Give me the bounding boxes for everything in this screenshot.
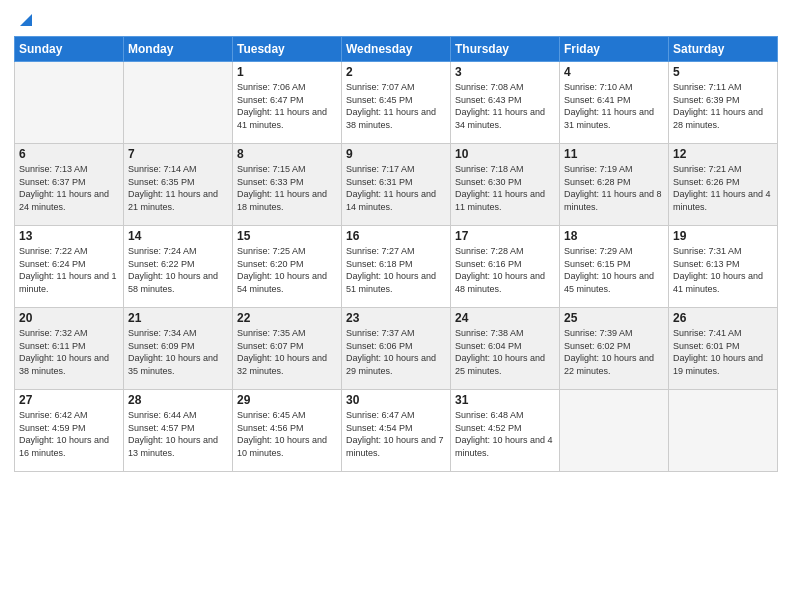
calendar-table: SundayMondayTuesdayWednesdayThursdayFrid… bbox=[14, 36, 778, 472]
day-number: 28 bbox=[128, 393, 228, 407]
calendar-cell: 4Sunrise: 7:10 AM Sunset: 6:41 PM Daylig… bbox=[560, 62, 669, 144]
day-info: Sunrise: 6:42 AM Sunset: 4:59 PM Dayligh… bbox=[19, 409, 119, 459]
calendar-cell: 29Sunrise: 6:45 AM Sunset: 4:56 PM Dayli… bbox=[233, 390, 342, 472]
day-number: 26 bbox=[673, 311, 773, 325]
column-header-wednesday: Wednesday bbox=[342, 37, 451, 62]
column-header-monday: Monday bbox=[124, 37, 233, 62]
day-info: Sunrise: 6:48 AM Sunset: 4:52 PM Dayligh… bbox=[455, 409, 555, 459]
day-number: 18 bbox=[564, 229, 664, 243]
header bbox=[14, 10, 778, 30]
calendar-cell: 17Sunrise: 7:28 AM Sunset: 6:16 PM Dayli… bbox=[451, 226, 560, 308]
calendar-header-row: SundayMondayTuesdayWednesdayThursdayFrid… bbox=[15, 37, 778, 62]
calendar-cell: 5Sunrise: 7:11 AM Sunset: 6:39 PM Daylig… bbox=[669, 62, 778, 144]
day-info: Sunrise: 7:35 AM Sunset: 6:07 PM Dayligh… bbox=[237, 327, 337, 377]
day-info: Sunrise: 7:07 AM Sunset: 6:45 PM Dayligh… bbox=[346, 81, 446, 131]
calendar-cell: 26Sunrise: 7:41 AM Sunset: 6:01 PM Dayli… bbox=[669, 308, 778, 390]
calendar-cell: 3Sunrise: 7:08 AM Sunset: 6:43 PM Daylig… bbox=[451, 62, 560, 144]
day-info: Sunrise: 7:27 AM Sunset: 6:18 PM Dayligh… bbox=[346, 245, 446, 295]
day-info: Sunrise: 7:21 AM Sunset: 6:26 PM Dayligh… bbox=[673, 163, 773, 213]
day-info: Sunrise: 7:06 AM Sunset: 6:47 PM Dayligh… bbox=[237, 81, 337, 131]
day-info: Sunrise: 7:10 AM Sunset: 6:41 PM Dayligh… bbox=[564, 81, 664, 131]
day-info: Sunrise: 7:39 AM Sunset: 6:02 PM Dayligh… bbox=[564, 327, 664, 377]
day-info: Sunrise: 7:37 AM Sunset: 6:06 PM Dayligh… bbox=[346, 327, 446, 377]
calendar-cell: 10Sunrise: 7:18 AM Sunset: 6:30 PM Dayli… bbox=[451, 144, 560, 226]
column-header-saturday: Saturday bbox=[669, 37, 778, 62]
column-header-tuesday: Tuesday bbox=[233, 37, 342, 62]
day-number: 17 bbox=[455, 229, 555, 243]
calendar-cell: 16Sunrise: 7:27 AM Sunset: 6:18 PM Dayli… bbox=[342, 226, 451, 308]
day-number: 6 bbox=[19, 147, 119, 161]
day-info: Sunrise: 7:13 AM Sunset: 6:37 PM Dayligh… bbox=[19, 163, 119, 213]
day-number: 2 bbox=[346, 65, 446, 79]
day-info: Sunrise: 7:15 AM Sunset: 6:33 PM Dayligh… bbox=[237, 163, 337, 213]
day-info: Sunrise: 7:22 AM Sunset: 6:24 PM Dayligh… bbox=[19, 245, 119, 295]
calendar-cell: 27Sunrise: 6:42 AM Sunset: 4:59 PM Dayli… bbox=[15, 390, 124, 472]
day-info: Sunrise: 7:24 AM Sunset: 6:22 PM Dayligh… bbox=[128, 245, 228, 295]
day-number: 10 bbox=[455, 147, 555, 161]
day-number: 9 bbox=[346, 147, 446, 161]
day-number: 21 bbox=[128, 311, 228, 325]
day-info: Sunrise: 7:28 AM Sunset: 6:16 PM Dayligh… bbox=[455, 245, 555, 295]
calendar-cell: 9Sunrise: 7:17 AM Sunset: 6:31 PM Daylig… bbox=[342, 144, 451, 226]
day-number: 12 bbox=[673, 147, 773, 161]
day-info: Sunrise: 7:08 AM Sunset: 6:43 PM Dayligh… bbox=[455, 81, 555, 131]
calendar-week-row: 27Sunrise: 6:42 AM Sunset: 4:59 PM Dayli… bbox=[15, 390, 778, 472]
day-number: 16 bbox=[346, 229, 446, 243]
column-header-friday: Friday bbox=[560, 37, 669, 62]
day-info: Sunrise: 7:29 AM Sunset: 6:15 PM Dayligh… bbox=[564, 245, 664, 295]
calendar-cell: 14Sunrise: 7:24 AM Sunset: 6:22 PM Dayli… bbox=[124, 226, 233, 308]
calendar-cell: 11Sunrise: 7:19 AM Sunset: 6:28 PM Dayli… bbox=[560, 144, 669, 226]
calendar-cell: 28Sunrise: 6:44 AM Sunset: 4:57 PM Dayli… bbox=[124, 390, 233, 472]
logo-icon bbox=[16, 10, 36, 30]
calendar-cell: 8Sunrise: 7:15 AM Sunset: 6:33 PM Daylig… bbox=[233, 144, 342, 226]
day-number: 11 bbox=[564, 147, 664, 161]
calendar-cell bbox=[669, 390, 778, 472]
calendar-cell: 13Sunrise: 7:22 AM Sunset: 6:24 PM Dayli… bbox=[15, 226, 124, 308]
day-info: Sunrise: 7:38 AM Sunset: 6:04 PM Dayligh… bbox=[455, 327, 555, 377]
day-info: Sunrise: 7:32 AM Sunset: 6:11 PM Dayligh… bbox=[19, 327, 119, 377]
calendar-week-row: 1Sunrise: 7:06 AM Sunset: 6:47 PM Daylig… bbox=[15, 62, 778, 144]
calendar-cell: 31Sunrise: 6:48 AM Sunset: 4:52 PM Dayli… bbox=[451, 390, 560, 472]
logo bbox=[14, 10, 36, 30]
day-number: 27 bbox=[19, 393, 119, 407]
day-number: 15 bbox=[237, 229, 337, 243]
day-number: 24 bbox=[455, 311, 555, 325]
day-info: Sunrise: 7:31 AM Sunset: 6:13 PM Dayligh… bbox=[673, 245, 773, 295]
calendar-cell: 1Sunrise: 7:06 AM Sunset: 6:47 PM Daylig… bbox=[233, 62, 342, 144]
column-header-sunday: Sunday bbox=[15, 37, 124, 62]
calendar-cell: 18Sunrise: 7:29 AM Sunset: 6:15 PM Dayli… bbox=[560, 226, 669, 308]
day-info: Sunrise: 7:17 AM Sunset: 6:31 PM Dayligh… bbox=[346, 163, 446, 213]
day-info: Sunrise: 7:25 AM Sunset: 6:20 PM Dayligh… bbox=[237, 245, 337, 295]
column-header-thursday: Thursday bbox=[451, 37, 560, 62]
calendar-cell bbox=[15, 62, 124, 144]
day-info: Sunrise: 7:19 AM Sunset: 6:28 PM Dayligh… bbox=[564, 163, 664, 213]
calendar-cell: 2Sunrise: 7:07 AM Sunset: 6:45 PM Daylig… bbox=[342, 62, 451, 144]
page: SundayMondayTuesdayWednesdayThursdayFrid… bbox=[0, 0, 792, 612]
day-number: 31 bbox=[455, 393, 555, 407]
day-info: Sunrise: 7:34 AM Sunset: 6:09 PM Dayligh… bbox=[128, 327, 228, 377]
day-number: 23 bbox=[346, 311, 446, 325]
day-number: 19 bbox=[673, 229, 773, 243]
calendar-cell: 30Sunrise: 6:47 AM Sunset: 4:54 PM Dayli… bbox=[342, 390, 451, 472]
day-number: 14 bbox=[128, 229, 228, 243]
day-number: 3 bbox=[455, 65, 555, 79]
calendar-cell: 20Sunrise: 7:32 AM Sunset: 6:11 PM Dayli… bbox=[15, 308, 124, 390]
calendar-cell: 12Sunrise: 7:21 AM Sunset: 6:26 PM Dayli… bbox=[669, 144, 778, 226]
calendar-cell: 7Sunrise: 7:14 AM Sunset: 6:35 PM Daylig… bbox=[124, 144, 233, 226]
calendar-cell: 6Sunrise: 7:13 AM Sunset: 6:37 PM Daylig… bbox=[15, 144, 124, 226]
day-info: Sunrise: 6:45 AM Sunset: 4:56 PM Dayligh… bbox=[237, 409, 337, 459]
calendar-cell bbox=[124, 62, 233, 144]
day-number: 25 bbox=[564, 311, 664, 325]
day-number: 20 bbox=[19, 311, 119, 325]
day-info: Sunrise: 6:44 AM Sunset: 4:57 PM Dayligh… bbox=[128, 409, 228, 459]
day-info: Sunrise: 6:47 AM Sunset: 4:54 PM Dayligh… bbox=[346, 409, 446, 459]
day-number: 29 bbox=[237, 393, 337, 407]
day-info: Sunrise: 7:18 AM Sunset: 6:30 PM Dayligh… bbox=[455, 163, 555, 213]
calendar-cell: 25Sunrise: 7:39 AM Sunset: 6:02 PM Dayli… bbox=[560, 308, 669, 390]
calendar-week-row: 20Sunrise: 7:32 AM Sunset: 6:11 PM Dayli… bbox=[15, 308, 778, 390]
calendar-cell: 15Sunrise: 7:25 AM Sunset: 6:20 PM Dayli… bbox=[233, 226, 342, 308]
calendar-cell: 23Sunrise: 7:37 AM Sunset: 6:06 PM Dayli… bbox=[342, 308, 451, 390]
day-number: 5 bbox=[673, 65, 773, 79]
day-number: 8 bbox=[237, 147, 337, 161]
day-number: 7 bbox=[128, 147, 228, 161]
